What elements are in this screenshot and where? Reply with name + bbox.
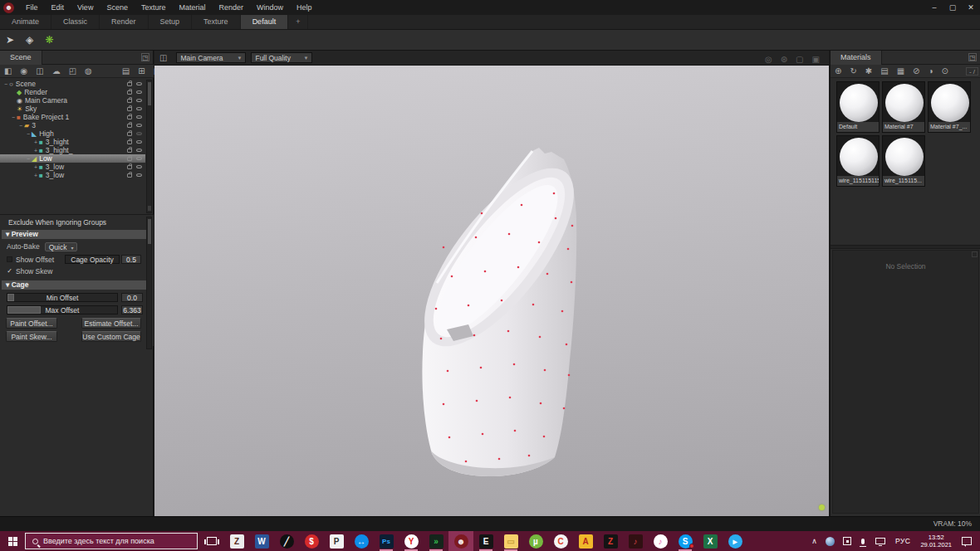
taskbar-icon-skype[interactable]: S: [673, 531, 698, 551]
tree-row-render[interactable]: ◆Render: [0, 88, 145, 96]
panel-divider[interactable]: [831, 245, 980, 249]
maximize-icon[interactable]: ▣: [808, 55, 824, 64]
close-button[interactable]: ✕: [962, 0, 980, 15]
taskbar-icon-utorrent[interactable]: µ: [523, 531, 548, 551]
material-item[interactable]: Material #7_...: [928, 81, 971, 133]
expander-icon[interactable]: −: [25, 131, 32, 137]
effects-icon[interactable]: ⊛: [777, 55, 791, 64]
language-indicator[interactable]: РУС: [895, 537, 911, 545]
visibility-icon[interactable]: [136, 107, 142, 110]
lock-icon[interactable]: [127, 82, 132, 86]
transform-cube-icon[interactable]: ◈: [20, 34, 39, 46]
estimate-offset-button[interactable]: Estimate Offset...: [81, 318, 141, 329]
scene-panel-tab[interactable]: Scene: [0, 51, 42, 65]
add-turntable-icon[interactable]: ◍: [81, 65, 96, 77]
visibility-icon[interactable]: [136, 157, 142, 160]
action-center-icon[interactable]: [962, 537, 972, 545]
taskbar-icon-photoshop[interactable]: Ps: [374, 531, 399, 551]
paint-skew-button[interactable]: Paint Skew...: [6, 331, 57, 342]
taskbar-icon-yandex-browser[interactable]: Y: [399, 531, 424, 551]
expander-icon[interactable]: −: [10, 115, 17, 120]
bake-plant-icon[interactable]: ❋: [39, 34, 59, 46]
layout-tab-animate[interactable]: Animate: [0, 15, 51, 29]
taskbar-icon-file-explorer[interactable]: ▭: [498, 531, 523, 551]
menu-render[interactable]: Render: [212, 0, 250, 15]
taskbar-icon-guitar-app[interactable]: ♪: [623, 531, 648, 551]
layout-tab-render[interactable]: Render: [100, 15, 149, 29]
tree-row-main-camera[interactable]: ◉Main Camera: [0, 96, 145, 105]
material-folder-icon[interactable]: ▤: [876, 65, 892, 77]
lock-icon[interactable]: [127, 115, 132, 119]
tree-row-3-hight[interactable]: +■3_hight: [0, 138, 145, 146]
clock[interactable]: 13:52 29.01.2021: [920, 534, 952, 549]
quality-select-dropdown[interactable]: Full Quality▼: [251, 52, 312, 63]
materials-panel-tab[interactable]: Materials: [831, 51, 882, 65]
menu-help[interactable]: Help: [290, 0, 319, 15]
task-view-button[interactable]: [199, 531, 224, 551]
menu-scene[interactable]: Scene: [100, 0, 135, 15]
lock-icon[interactable]: [127, 165, 132, 169]
select-cursor-icon[interactable]: ➤: [0, 34, 20, 46]
taskbar-icon-telegram[interactable]: ▸: [723, 531, 747, 551]
safe-frame-icon[interactable]: ◎: [761, 55, 777, 64]
material-item[interactable]: wire_115115...: [882, 135, 925, 187]
layout-tab-default[interactable]: Default: [241, 15, 289, 29]
panel-popout-icon[interactable]: ◳: [968, 53, 977, 61]
taskbar-search-input[interactable]: Введите здесь текст для поиска: [25, 533, 198, 549]
layout-tab-setup[interactable]: Setup: [149, 15, 193, 29]
auto-bake-dropdown[interactable]: Quick▾: [45, 242, 78, 251]
show-offset-checkbox[interactable]: [7, 256, 12, 262]
material-item[interactable]: Default: [836, 81, 880, 133]
menu-window[interactable]: Window: [250, 0, 290, 15]
hidden-icons-chevron[interactable]: ∧: [811, 537, 817, 545]
lock-icon[interactable]: [127, 149, 132, 153]
layout-tab-texture[interactable]: Texture: [192, 15, 241, 29]
expander-icon[interactable]: +: [32, 148, 39, 154]
menu-texture[interactable]: Texture: [135, 0, 173, 15]
visibility-icon[interactable]: [136, 173, 142, 177]
min-offset-value[interactable]: 0.0: [121, 293, 143, 302]
material-item[interactable]: Material #7: [882, 81, 925, 133]
network-display-icon[interactable]: [875, 538, 885, 544]
min-offset-slider[interactable]: Min Offset: [7, 293, 118, 302]
cage-opacity-value[interactable]: 0.5: [121, 255, 141, 264]
add-camera-icon[interactable]: ◫: [32, 65, 47, 77]
menu-material[interactable]: Material: [172, 0, 212, 15]
tree-row-3[interactable]: −▰3: [0, 121, 145, 129]
add-shadow-catcher-icon[interactable]: ◰: [65, 65, 81, 77]
tree-row-3-low[interactable]: +■3_low: [0, 163, 145, 171]
visibility-icon[interactable]: [136, 165, 142, 168]
taskbar-icon-dollar-app[interactable]: $: [299, 531, 324, 551]
taskbar-icon-teamviewer[interactable]: ↔: [349, 531, 374, 551]
visibility-icon[interactable]: [136, 99, 142, 102]
minimize-button[interactable]: –: [925, 0, 943, 15]
search-materials-icon[interactable]: ⊙: [938, 65, 953, 77]
max-offset-value[interactable]: 6.363: [121, 305, 143, 315]
tree-row-3-low[interactable]: +■3_low: [0, 171, 145, 179]
tray-window-icon[interactable]: [843, 537, 851, 545]
taskbar-icon-pureref[interactable]: P: [324, 531, 349, 551]
add-mesh-icon[interactable]: ◧: [0, 65, 16, 77]
paint-offset-button[interactable]: Paint Offset...: [6, 318, 57, 329]
taskbar-icon-zona[interactable]: Z: [598, 531, 623, 551]
tray-app-icon[interactable]: [826, 537, 835, 546]
visibility-icon[interactable]: [136, 82, 142, 85]
use-custom-cage-button[interactable]: Use Custom Cage: [81, 331, 141, 342]
preview-section-header[interactable]: ▾ Preview: [2, 230, 152, 239]
lock-icon[interactable]: [127, 173, 132, 178]
add-material-icon[interactable]: ⊕: [831, 65, 845, 77]
tree-row-low[interactable]: −◢Low: [0, 154, 145, 163]
new-folder-icon[interactable]: ▤: [118, 65, 134, 77]
material-size-stepper[interactable]: - /: [966, 67, 978, 76]
add-light-icon[interactable]: ◉: [16, 65, 32, 77]
expander-icon[interactable]: −: [2, 81, 9, 87]
bake-panel-scrollbar[interactable]: [146, 217, 152, 349]
taskbar-icon-pen-app[interactable]: ╱: [274, 531, 299, 551]
tree-row-3-hight-[interactable]: +■3_hight_: [0, 146, 145, 154]
expander-icon[interactable]: −: [25, 156, 32, 162]
taskbar-icon-epic-games[interactable]: E: [473, 531, 498, 551]
lock-icon[interactable]: [127, 99, 132, 103]
expander-icon[interactable]: +: [32, 139, 39, 145]
lock-icon[interactable]: [127, 90, 132, 95]
menu-view[interactable]: View: [71, 0, 100, 15]
